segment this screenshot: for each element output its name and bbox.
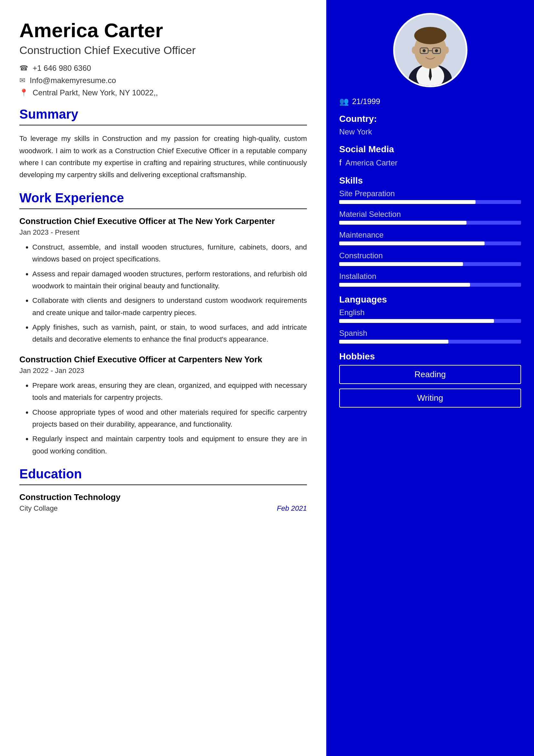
summary-divider [19,125,307,125]
address-value: Central Parkt, New York, NY 10022,, [33,88,158,97]
edu-school-0: City Collage [19,504,58,513]
svg-point-13 [444,46,449,54]
skill-item-3: Construction [339,251,521,266]
facebook-value: America Carter [345,158,397,167]
skill-bar-fill-1 [339,221,467,225]
lang-item-1: Spanish [339,329,521,343]
hobby-item-0: Reading [339,365,521,384]
work-date-0: Jan 2023 - Present [19,228,307,237]
skill-bar-fill-0 [339,200,475,204]
lang-bar-fill-1 [339,340,448,343]
skill-item-1: Material Selection [339,210,521,225]
work-job-1: Construction Chief Executive Officer at … [19,355,307,457]
person-svg [395,13,466,87]
country-value: New York [339,127,521,136]
email-item: ✉ Info@makemyresume.co [19,76,307,85]
edu-date-0: Feb 2021 [277,504,307,513]
work-divider [19,208,307,209]
work-bullet-1-0: Prepare work areas, ensuring they are cl… [32,379,307,404]
work-heading: Work Experience [19,191,307,205]
summary-text: To leverage my skills in Construction an… [19,132,307,181]
work-bullet-1-1: Choose appropriate types of wood and oth… [32,406,307,431]
email-icon: ✉ [19,76,25,85]
phone-value: +1 646 980 6360 [33,64,91,73]
country-label: Country: [339,114,521,124]
hobby-box-0: Reading [339,365,521,384]
hobbies-label: Hobbies [339,351,521,362]
edu-item-0: Construction TechnologyCity CollageFeb 2… [19,492,307,513]
age-item: 👥 21/1999 [339,97,521,106]
languages-list: EnglishSpanish [339,308,521,343]
svg-point-10 [422,49,426,52]
facebook-item: f America Carter [339,158,521,168]
lang-name-1: Spanish [339,329,521,338]
skill-item-4: Installation [339,272,521,287]
phone-icon: ☎ [19,64,28,72]
lang-bar-bg-0 [339,319,521,323]
edu-degree-0: Construction Technology [19,492,307,502]
svg-point-12 [412,46,417,54]
svg-point-6 [414,27,446,44]
skills-label: Skills [339,176,521,186]
job-title: Construction Chief Executive Officer [19,44,307,57]
hobbies-list: ReadingWriting [339,365,521,408]
skill-bar-bg-4 [339,283,521,287]
facebook-icon: f [339,158,342,168]
phone-item: ☎ +1 646 980 6360 [19,64,307,73]
skill-bar-bg-3 [339,262,521,266]
hobby-box-1: Writing [339,389,521,408]
skill-item-0: Site Preparation [339,189,521,204]
skill-bar-fill-3 [339,262,463,266]
right-column: 👥 21/1999 Country: New York Social Media… [326,0,534,756]
work-date-1: Jan 2022 - Jan 2023 [19,366,307,375]
work-bullet-0-2: Collaborate with clients and designers t… [32,294,307,319]
skill-bar-fill-4 [339,283,470,287]
work-bullets-0: Construct, assemble, and install wooden … [19,241,307,345]
summary-heading: Summary [19,107,307,122]
left-column: America Carter Construction Chief Execut… [0,0,326,756]
education-divider [19,484,307,485]
lang-bar-bg-1 [339,340,521,343]
lang-item-0: English [339,308,521,323]
education-heading: Education [19,467,307,481]
skill-name-0: Site Preparation [339,189,521,198]
age-icon: 👥 [339,97,349,106]
work-bullet-0-1: Assess and repair damaged wooden structu… [32,268,307,292]
work-job-0: Construction Chief Executive Officer at … [19,216,307,345]
address-item: 📍 Central Parkt, New York, NY 10022,, [19,88,307,97]
skill-bar-bg-0 [339,200,521,204]
contact-info: ☎ +1 646 980 6360 ✉ Info@makemyresume.co… [19,64,307,97]
profile-photo [393,13,468,87]
skill-bar-fill-2 [339,241,485,245]
edu-row-0: City CollageFeb 2021 [19,504,307,513]
skill-name-4: Installation [339,272,521,281]
social-label: Social Media [339,144,521,154]
skill-bar-bg-2 [339,241,521,245]
work-bullet-1-2: Regularly inspect and maintain carpentry… [32,433,307,457]
profile-photo-area [339,0,521,87]
work-jobs: Construction Chief Executive Officer at … [19,216,307,457]
skill-name-3: Construction [339,251,521,260]
age-value: 21/1999 [352,97,380,106]
lang-name-0: English [339,308,521,317]
work-bullet-0-0: Construct, assemble, and install wooden … [32,241,307,265]
skills-list: Site PreparationMaterial SelectionMainte… [339,189,521,287]
education-list: Construction TechnologyCity CollageFeb 2… [19,492,307,513]
work-bullets-1: Prepare work areas, ensuring they are cl… [19,379,307,457]
person-name: America Carter [19,19,307,41]
lang-bar-fill-0 [339,319,494,323]
svg-point-11 [435,49,438,52]
skill-bar-bg-1 [339,221,521,225]
hobby-item-1: Writing [339,389,521,408]
work-job-title-0: Construction Chief Executive Officer at … [19,216,307,226]
skill-name-2: Maintenance [339,230,521,239]
languages-label: Languages [339,294,521,305]
skill-name-1: Material Selection [339,210,521,219]
work-job-title-1: Construction Chief Executive Officer at … [19,355,307,364]
skill-item-2: Maintenance [339,230,521,245]
work-bullet-0-3: Apply finishes, such as varnish, paint, … [32,321,307,345]
email-value: Info@makemyresume.co [30,76,116,85]
location-icon: 📍 [19,89,28,97]
